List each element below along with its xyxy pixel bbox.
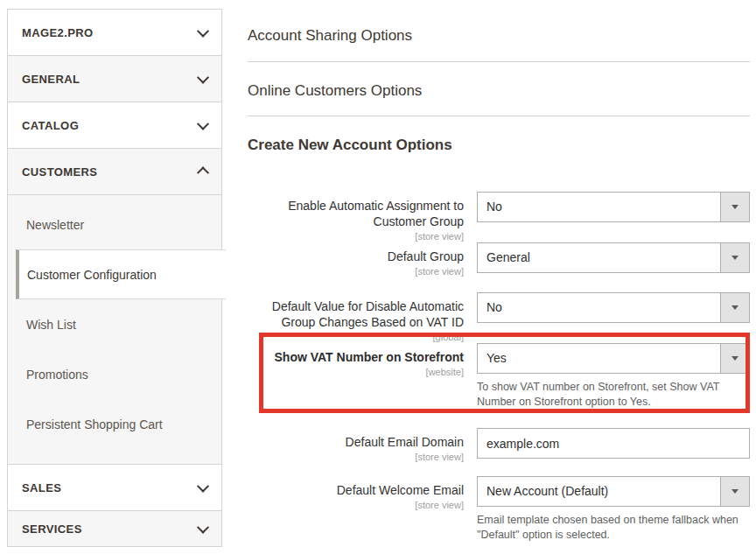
field-show-vat-number-on-storefront: Show VAT Number on Storefront [website] … — [248, 343, 750, 410]
sidebar-item-label: SERVICES — [22, 522, 82, 536]
default-welcome-email-select[interactable]: New Account (Default) — [477, 476, 750, 507]
disable-automatic-group-changes-select[interactable]: No — [477, 292, 750, 323]
field-control-column: No — [477, 292, 750, 323]
default-email-domain-input[interactable] — [477, 428, 750, 459]
chevron-down-icon — [197, 480, 209, 493]
select-value: New Account (Default) — [478, 477, 720, 506]
section-divider — [248, 116, 750, 116]
field-scope-note: [store view] — [248, 266, 464, 277]
chevron-up-icon — [197, 166, 209, 179]
select-value: No — [478, 193, 720, 221]
field-label-column: Enable Automatic Assignment to Customer … — [248, 192, 464, 242]
chevron-down-icon — [197, 72, 209, 84]
sidebar-item-catalog[interactable]: CATALOG — [7, 102, 222, 148]
field-label: Default Welcome Email — [248, 482, 464, 498]
field-default-email-domain: Default Email Domain [store view] — [248, 428, 750, 462]
show-vat-number-select[interactable]: Yes — [477, 343, 750, 374]
field-scope-note: [website] — [248, 367, 464, 377]
chevron-down-icon — [197, 25, 209, 38]
field-default-group: Default Group [store view] General — [248, 242, 750, 277]
dropdown-arrow-icon[interactable] — [720, 243, 749, 272]
field-control-column: General — [477, 242, 750, 273]
config-content: Account Sharing Options Online Customers… — [248, 0, 750, 554]
enable-automatic-assignment-select[interactable]: No — [477, 192, 750, 222]
select-value: General — [478, 243, 720, 272]
sidebar-item-label: MAGE2.PRO — [22, 26, 94, 39]
field-scope-note: [store view] — [248, 452, 464, 462]
submenu-item-label: Customer Configuration — [27, 268, 157, 282]
field-scope-note: [global] — [248, 332, 464, 342]
customers-submenu: Newsletter Customer Configuration Wish L… — [7, 194, 222, 464]
field-control-column: New Account (Default) Email template cho… — [477, 476, 750, 543]
field-comment: To show VAT number on Storefront, set Sh… — [477, 380, 745, 410]
field-control-column: No — [477, 192, 750, 222]
section-header-online-customers-options[interactable]: Online Customers Options — [248, 82, 422, 100]
field-label: Show VAT Number on Storefront — [248, 349, 464, 365]
field-label-column: Show VAT Number on Storefront [website] — [248, 343, 464, 377]
sidebar-item-promotions[interactable]: Promotions — [8, 349, 221, 399]
field-default-welcome-email: Default Welcome Email [store view] New A… — [248, 476, 750, 543]
chevron-down-icon — [197, 118, 209, 130]
dropdown-arrow-icon[interactable] — [720, 344, 749, 373]
select-value: No — [478, 293, 720, 322]
sidebar-item-general[interactable]: GENERAL — [7, 55, 222, 102]
field-comment: Email template chosen based on theme fal… — [477, 513, 745, 543]
submenu-item-label: Newsletter — [26, 218, 84, 232]
field-scope-note: [store view] — [248, 231, 464, 242]
sidebar-item-label: GENERAL — [22, 73, 80, 86]
chevron-down-icon — [197, 522, 209, 534]
field-scope-note: [store view] — [248, 500, 464, 510]
field-label: Default Group — [248, 249, 464, 264]
sidebar-item-sales[interactable]: SALES — [7, 464, 222, 510]
section-divider — [248, 61, 750, 62]
sidebar-item-newsletter[interactable]: Newsletter — [8, 200, 221, 249]
sidebar-item-wish-list[interactable]: Wish List — [8, 299, 221, 349]
sidebar-item-persistent-shopping-cart[interactable]: Persistent Shopping Cart — [8, 399, 221, 449]
config-sidebar: MAGE2.PRO GENERAL CATALOG CUSTOMERS News… — [7, 9, 222, 547]
select-value: Yes — [478, 344, 720, 373]
default-group-select[interactable]: General — [477, 242, 750, 273]
dropdown-arrow-icon[interactable] — [720, 193, 749, 221]
field-label-column: Default Welcome Email [store view] — [248, 476, 464, 510]
field-enable-automatic-assignment: Enable Automatic Assignment to Customer … — [248, 192, 750, 242]
submenu-item-label: Persistent Shopping Cart — [26, 417, 163, 431]
sidebar-item-services[interactable]: SERVICES — [7, 510, 222, 547]
sidebar-item-label: SALES — [22, 481, 61, 494]
field-label-column: Default Value for Disable Automatic Grou… — [248, 292, 464, 342]
field-label-column: Default Email Domain [store view] — [248, 428, 464, 462]
sidebar-item-label: CATALOG — [22, 119, 79, 132]
field-label: Enable Automatic Assignment to Customer … — [248, 198, 464, 229]
field-label: Default Value for Disable Automatic Grou… — [248, 298, 464, 330]
dropdown-arrow-icon[interactable] — [720, 477, 749, 506]
field-label-column: Default Group [store view] — [248, 242, 464, 277]
dropdown-arrow-icon[interactable] — [720, 293, 749, 322]
section-header-account-sharing-options[interactable]: Account Sharing Options — [248, 27, 412, 45]
submenu-item-label: Wish List — [26, 318, 76, 332]
sidebar-item-label: CUSTOMERS — [22, 165, 97, 179]
field-control-column — [477, 428, 750, 459]
sidebar-item-customers[interactable]: CUSTOMERS — [7, 148, 222, 194]
section-header-create-new-account-options[interactable]: Create New Account Options — [248, 137, 452, 154]
sidebar-item-customer-configuration[interactable]: Customer Configuration — [16, 249, 226, 299]
field-control-column: Yes To show VAT number on Storefront, se… — [477, 343, 750, 410]
field-label: Default Email Domain — [248, 434, 464, 450]
sidebar-item-mage2pro[interactable]: MAGE2.PRO — [7, 9, 222, 55]
submenu-item-label: Promotions — [26, 368, 88, 382]
field-default-value-disable-automatic-group-changes: Default Value for Disable Automatic Grou… — [248, 292, 750, 342]
